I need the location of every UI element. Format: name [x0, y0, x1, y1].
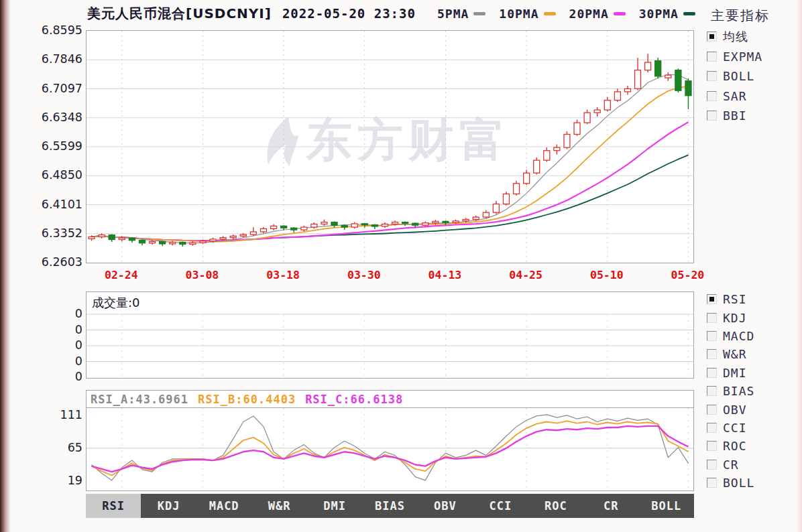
volume-chart [87, 292, 693, 378]
rsi-tick: 19 [19, 474, 82, 487]
rsi-tick: 65 [19, 441, 82, 454]
tab-bias[interactable]: BIAS [362, 494, 417, 518]
checkbox[interactable] [707, 423, 717, 433]
tab-kdj[interactable]: KDJ [141, 494, 196, 518]
tab-wr[interactable]: W&R [251, 494, 306, 518]
indicator-macd[interactable]: MACD [707, 327, 801, 345]
date-tick: 05-20 [671, 269, 705, 281]
checkbox-mark-icon [709, 297, 714, 302]
date-tick: 02-24 [105, 269, 138, 281]
rsi-readout-rsi_b: RSI_B:60.4403 [198, 393, 296, 406]
price-tick: 6.6348 [19, 111, 82, 124]
legend-item-30pma: 30PMA [639, 7, 695, 21]
checkbox-label: BOLL [723, 69, 754, 83]
indicator-roc[interactable]: ROC [707, 437, 801, 455]
legend-item-10pma: 10PMA [499, 7, 555, 21]
indicator-wr[interactable]: W&R [707, 345, 801, 363]
tab-macd[interactable]: MACD [196, 494, 251, 518]
checkbox[interactable] [707, 111, 717, 121]
checkbox-label: SAR [723, 89, 747, 103]
price-tick: 6.4101 [19, 198, 82, 211]
checkbox-label: 均线 [723, 29, 748, 45]
rsi-tick: 111 [19, 408, 82, 421]
tab-cci[interactable]: CCI [473, 494, 528, 518]
indicator-bbi[interactable]: BBI [707, 106, 801, 126]
legend-label: 10PMA [499, 7, 538, 21]
price-tick: 6.3352 [19, 226, 82, 240]
checkbox-label: W&R [723, 347, 747, 361]
tab-dmi[interactable]: DMI [307, 494, 362, 518]
page-title: 美元人民币混合[USDCNYI] [87, 5, 272, 21]
legend-swatch [473, 12, 485, 15]
app-window: 美元人民币混合[USDCNYI]2022-05-20 23:30 5PMA10P… [0, 0, 802, 532]
price-tick: 6.7097 [19, 82, 82, 95]
checkbox[interactable] [707, 294, 717, 304]
date-tick: 03-30 [347, 269, 381, 281]
tab-cr[interactable]: CR [583, 494, 638, 518]
checkbox-label: CCI [723, 421, 747, 435]
checkbox[interactable] [707, 31, 717, 42]
legend-label: 30PMA [639, 7, 679, 21]
legend-item-20pma: 20PMA [569, 7, 626, 21]
checkbox[interactable] [707, 313, 717, 323]
tab-obv[interactable]: OBV [418, 494, 473, 518]
date-tick: 04-13 [428, 269, 462, 281]
checkbox[interactable] [707, 331, 717, 341]
checkbox-label: OBV [723, 403, 747, 417]
checkbox-label: BBI [723, 109, 747, 123]
chart-datetime: 2022-05-20 23:30 [282, 6, 416, 21]
date-tick: 03-18 [266, 269, 300, 281]
indicator-cr[interactable]: CR [707, 456, 801, 474]
sub-indicator-group: RSIKDJMACDW&RDMIBIASOBVCCIROCCRBOLL [707, 290, 801, 492]
price-tick: 6.5599 [19, 139, 82, 153]
indicator-bias[interactable]: BIAS [707, 382, 801, 400]
checkbox[interactable] [707, 386, 717, 396]
volume-tick: 0 [40, 338, 82, 352]
volume-readout: 成交量:0 [92, 295, 140, 311]
checkbox[interactable] [707, 405, 717, 415]
rsi-panel: RSI_A:43.6961RSI_B:60.4403RSI_C:66.6138 [86, 390, 694, 491]
candlestick-chart[interactable] [87, 31, 693, 263]
tab-roc[interactable]: ROC [528, 494, 583, 518]
volume-panel: 成交量:0 [86, 291, 694, 379]
checkbox[interactable] [707, 349, 717, 359]
indicator-均线[interactable]: 均线 [707, 27, 801, 47]
candlestick-chart-panel[interactable]: 东方财富 [86, 30, 694, 263]
checkbox[interactable] [707, 478, 717, 488]
indicator-rsi[interactable]: RSI [707, 290, 801, 308]
indicator-dmi[interactable]: DMI [707, 364, 801, 382]
checkbox-label: ROC [723, 439, 747, 453]
sidebar-section-title: 主要指标 [711, 7, 770, 25]
indicator-cci[interactable]: CCI [707, 419, 801, 437]
date-tick: 04-25 [509, 269, 542, 281]
price-tick: 6.7846 [19, 52, 82, 66]
checkbox[interactable] [707, 460, 717, 470]
checkbox[interactable] [707, 52, 717, 62]
volume-tick: 0 [40, 323, 82, 336]
checkbox-mark-icon [709, 34, 714, 39]
left-edge-vignette [0, 0, 11, 532]
checkbox-label: RSI [723, 292, 747, 306]
legend-label: 5PMA [437, 7, 469, 21]
legend-item-5pma: 5PMA [437, 7, 485, 21]
legend-label: 20PMA [569, 7, 609, 21]
indicator-obv[interactable]: OBV [707, 400, 801, 418]
checkbox[interactable] [707, 71, 717, 81]
tab-boll[interactable]: BOLL [639, 494, 694, 518]
checkbox[interactable] [707, 368, 717, 378]
checkbox-label: DMI [723, 366, 747, 380]
indicator-boll[interactable]: BOLL [707, 474, 801, 492]
checkbox-label: EXPMA [723, 50, 762, 64]
indicator-expma[interactable]: EXPMA [707, 47, 801, 67]
date-tick: 03-08 [186, 269, 219, 281]
indicator-boll[interactable]: BOLL [707, 66, 801, 86]
ma-legend: 5PMA10PMA20PMA30PMA [437, 7, 709, 21]
checkbox[interactable] [707, 441, 717, 451]
indicator-sar[interactable]: SAR [707, 86, 801, 107]
indicator-kdj[interactable]: KDJ [707, 308, 801, 326]
checkbox[interactable] [707, 91, 717, 101]
indicator-tab-bar: RSIKDJMACDW&RDMIBIASOBVCCIROCCRBOLL [86, 494, 694, 518]
tab-rsi[interactable]: RSI [86, 494, 141, 518]
main-indicator-group: 均线EXPMABOLLSARBBI [707, 27, 801, 126]
volume-tick: 0 [40, 354, 82, 368]
